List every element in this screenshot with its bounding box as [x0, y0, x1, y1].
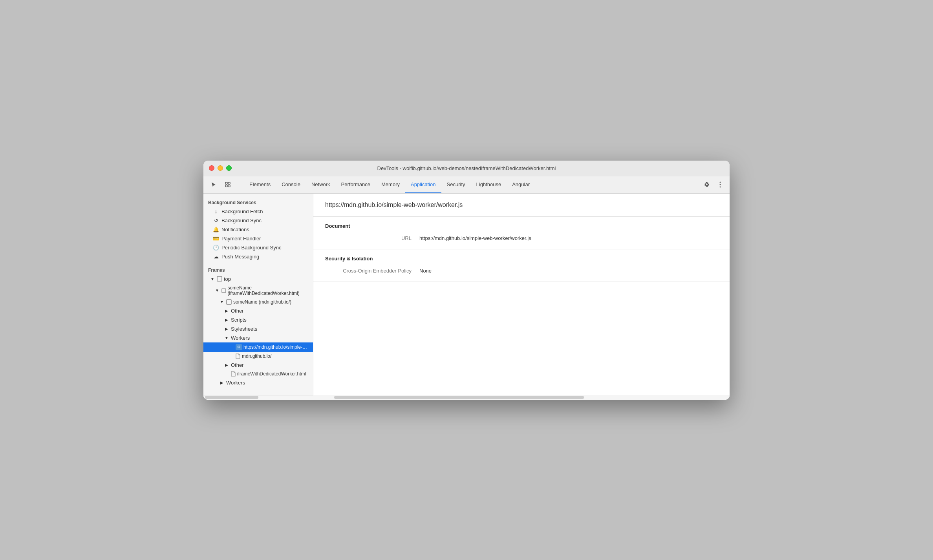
inspect-icon[interactable] — [221, 179, 234, 190]
tab-lighthouse[interactable]: Lighthouse — [471, 176, 507, 193]
svg-point-6 — [720, 187, 721, 188]
tree-item-other-2[interactable]: ▶ Other — [203, 361, 313, 370]
arrow-scripts: ▶ — [224, 318, 229, 322]
more-button[interactable] — [715, 179, 726, 190]
tree-item-worker-url[interactable]: ⚙ https://mdn.github.io/simple-web-worke… — [203, 342, 313, 352]
arrow-somename-iframe: ▼ — [214, 288, 220, 293]
devtools-tabs: Elements Console Network Performance Mem… — [244, 176, 700, 193]
maximize-button[interactable] — [226, 165, 232, 171]
arrow-workers-1: ▼ — [224, 336, 229, 340]
svg-rect-7 — [217, 276, 222, 281]
sidebar: Background Services ↕ Background Fetch ↺… — [203, 194, 313, 395]
tree-item-mdn-file[interactable]: mdn.github.io/ — [203, 352, 313, 361]
devtools-window: DevTools - wolfib.github.io/web-demos/ne… — [203, 161, 730, 400]
close-button[interactable] — [209, 165, 214, 171]
coep-label: Cross-Origin Embedder Policy — [325, 268, 412, 274]
notifications-icon: 🔔 — [213, 227, 219, 232]
document-section-title: Document — [325, 223, 718, 229]
tab-angular[interactable]: Angular — [507, 176, 535, 193]
svg-rect-2 — [225, 185, 227, 187]
detail-panel: https://mdn.github.io/simple-web-worker/… — [313, 194, 730, 400]
detail-scroll-area — [313, 282, 730, 400]
tab-application[interactable]: Application — [405, 176, 441, 193]
sidebar-scrollbar-thumb — [205, 396, 258, 399]
tree-item-workers-1[interactable]: ▼ Workers — [203, 333, 313, 342]
document-section: Document URL https://mdn.github.io/simpl… — [313, 217, 730, 249]
svg-point-5 — [720, 184, 721, 185]
svg-rect-9 — [227, 300, 231, 304]
detail-url-header: https://mdn.github.io/simple-web-worker/… — [313, 194, 730, 217]
push-messaging-icon: ☁ — [213, 254, 219, 260]
sidebar-item-background-sync[interactable]: ↺ Background Sync — [203, 216, 313, 225]
tab-elements[interactable]: Elements — [244, 176, 276, 193]
tree-item-scripts[interactable]: ▶ Scripts — [203, 315, 313, 324]
bottom-padding — [203, 387, 313, 395]
sidebar-item-notifications[interactable]: 🔔 Notifications — [203, 225, 313, 234]
frame-icon-somename — [221, 288, 226, 293]
svg-point-4 — [720, 182, 721, 183]
spacer — [203, 261, 313, 264]
file-icon-iframe — [231, 371, 236, 377]
frame-icon-top — [217, 276, 222, 282]
svg-rect-0 — [225, 182, 227, 184]
tab-performance[interactable]: Performance — [336, 176, 376, 193]
arrow-other-1: ▶ — [224, 309, 229, 313]
coep-row: Cross-Origin Embedder Policy None — [325, 266, 718, 275]
payment-handler-icon: 💳 — [213, 236, 219, 242]
tab-memory[interactable]: Memory — [376, 176, 405, 193]
cursor-icon[interactable] — [207, 179, 220, 190]
security-isolation-title: Security & Isolation — [325, 256, 718, 262]
sidebar-item-push-messaging[interactable]: ☁ Push Messaging — [203, 252, 313, 261]
sidebar-item-background-fetch[interactable]: ↕ Background Fetch — [203, 207, 313, 216]
tree-item-other-1[interactable]: ▶ Other — [203, 306, 313, 315]
sidebar-item-periodic-background-sync[interactable]: 🕐 Periodic Background Sync — [203, 243, 313, 252]
toolbar: Elements Console Network Performance Mem… — [203, 176, 730, 194]
traffic-lights — [209, 165, 232, 171]
scrollbar-thumb — [334, 396, 584, 399]
arrow-somename-mdn: ▼ — [219, 300, 225, 304]
svg-rect-8 — [222, 289, 226, 293]
background-sync-icon: ↺ — [213, 218, 219, 223]
arrow-top: ▼ — [210, 277, 215, 281]
sidebar-container: Background Services ↕ Background Fetch ↺… — [203, 194, 313, 400]
sidebar-item-payment-handler[interactable]: 💳 Payment Handler — [203, 234, 313, 243]
divider — [239, 180, 239, 189]
tree-item-somename-mdn[interactable]: ▼ someName (mdn.github.io/) — [203, 298, 313, 306]
tree-item-iframe-file[interactable]: iframeWithDedicatedWorker.html — [203, 370, 313, 378]
tree-item-stylesheets[interactable]: ▶ Stylesheets — [203, 324, 313, 333]
titlebar: DevTools - wolfib.github.io/web-demos/ne… — [203, 161, 730, 176]
url-value: https://mdn.github.io/simple-web-worker/… — [419, 235, 531, 241]
tab-console[interactable]: Console — [276, 176, 306, 193]
file-icon-mdn — [236, 353, 240, 359]
toolbar-icons — [207, 179, 234, 190]
svg-rect-3 — [228, 185, 230, 187]
worker-icon: ⚙ — [236, 344, 242, 350]
url-label: URL — [325, 235, 412, 241]
settings-button[interactable] — [701, 179, 712, 190]
periodic-sync-icon: 🕐 — [213, 245, 219, 251]
horizontal-scrollbar[interactable] — [313, 395, 730, 400]
toolbar-right — [701, 179, 726, 190]
tree-item-somename-iframe[interactable]: ▼ someName (iframeWithDedicatedWorker.ht… — [203, 284, 313, 298]
window-title: DevTools - wolfib.github.io/web-demos/ne… — [377, 165, 556, 171]
minimize-button[interactable] — [218, 165, 223, 171]
background-fetch-icon: ↕ — [213, 209, 219, 214]
frame-icon-mdn — [226, 299, 232, 305]
url-row: URL https://mdn.github.io/simple-web-wor… — [325, 234, 718, 243]
arrow-stylesheets: ▶ — [224, 327, 229, 331]
svg-rect-1 — [228, 182, 230, 184]
tree-item-top[interactable]: ▼ top — [203, 275, 313, 284]
main-content: Background Services ↕ Background Fetch ↺… — [203, 194, 730, 400]
frames-title: Frames — [203, 264, 313, 275]
tab-network[interactable]: Network — [306, 176, 336, 193]
coep-value: None — [419, 268, 432, 274]
arrow-other-2: ▶ — [224, 363, 229, 367]
sidebar-horizontal-scrollbar[interactable] — [203, 395, 313, 400]
tab-security[interactable]: Security — [441, 176, 471, 193]
background-services-title: Background Services — [203, 197, 313, 207]
security-isolation-section: Security & Isolation Cross-Origin Embedd… — [313, 249, 730, 282]
arrow-workers-2: ▶ — [219, 381, 225, 385]
tree-item-workers-2[interactable]: ▶ Workers — [203, 378, 313, 387]
